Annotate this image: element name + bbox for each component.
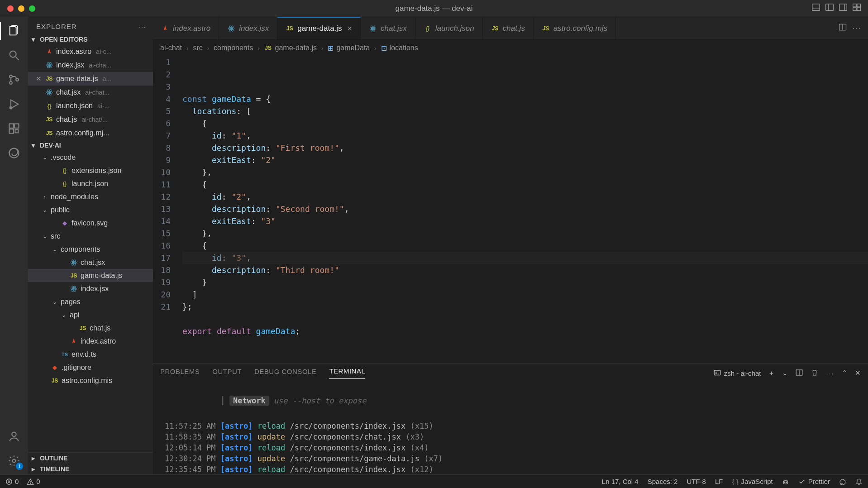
tree-file[interactable]: ◆.gitignore <box>28 361 153 374</box>
open-editor-item[interactable]: index.astroai-c... <box>28 45 153 58</box>
breadcrumb-item[interactable]: src <box>193 44 202 52</box>
output-tab[interactable]: OUTPUT <box>212 368 242 379</box>
terminal-dropdown-icon[interactable]: ⌄ <box>782 369 788 377</box>
code-line[interactable]: description: "Third room!" <box>182 264 868 276</box>
status-notifications-icon[interactable] <box>855 477 863 485</box>
run-debug-activity-icon[interactable] <box>7 97 21 111</box>
tree-folder[interactable]: ›node_modules <box>28 190 153 203</box>
editor-tab[interactable]: chat.jsx <box>361 17 415 39</box>
debug-console-tab[interactable]: DEBUG CONSOLE <box>254 368 316 379</box>
open-editors-section[interactable]: ▾OPEN EDITORS <box>28 34 153 45</box>
tree-folder[interactable]: ⌄.vscode <box>28 151 153 164</box>
code-line[interactable]: { <box>182 117 868 129</box>
code-line[interactable]: { <box>182 178 868 191</box>
tree-file[interactable]: chat.jsx <box>28 256 153 269</box>
split-terminal-icon[interactable] <box>795 368 803 378</box>
terminal-more-icon[interactable]: ··· <box>826 369 835 377</box>
open-editor-item[interactable]: {}launch.jsonai-... <box>28 99 153 113</box>
terminal-output[interactable]: ┃Networkuse --host to expose 11:57:25 AM… <box>153 383 868 474</box>
edge-activity-icon[interactable] <box>7 146 21 160</box>
maximize-panel-icon[interactable]: ⌃ <box>842 369 848 377</box>
breadcrumb-item[interactable]: JSgame-data.js <box>264 44 317 52</box>
accounts-activity-icon[interactable] <box>7 429 21 444</box>
project-section[interactable]: ▾DEV-AI <box>28 140 153 151</box>
editor-tab[interactable]: JSgame-data.js× <box>277 17 361 39</box>
breadcrumb-item[interactable]: components <box>214 44 253 52</box>
close-tab-icon[interactable]: × <box>348 24 353 33</box>
status-prettier[interactable]: Prettier <box>798 478 830 485</box>
breadcrumb-item[interactable]: ⊡ locations <box>381 44 418 53</box>
status-warnings[interactable]: 0 <box>27 478 40 485</box>
code-line[interactable] <box>182 337 868 349</box>
terminal-picker[interactable]: zsh - ai-chat <box>713 369 761 377</box>
terminal-tab[interactable]: TERMINAL <box>329 367 365 379</box>
more-actions-icon[interactable]: ··· <box>853 24 862 33</box>
split-editor-icon[interactable] <box>838 23 847 34</box>
status-eol[interactable]: LF <box>715 478 723 485</box>
tree-folder[interactable]: ⌄public <box>28 203 153 216</box>
tree-folder[interactable]: ⌄pages <box>28 295 153 308</box>
code-line[interactable]: }, <box>182 166 868 178</box>
editor-tab[interactable]: {}launch.json <box>415 17 483 39</box>
tree-file[interactable]: {}launch.json <box>28 177 153 190</box>
breadcrumb-item[interactable]: ai-chat <box>160 44 182 52</box>
code-line[interactable]: locations: [ <box>182 105 868 117</box>
explorer-activity-icon[interactable] <box>7 24 21 38</box>
status-errors[interactable]: 0 <box>5 478 19 485</box>
editor-tab[interactable]: JSastro.config.mjs <box>534 17 616 39</box>
code-line[interactable]: }; <box>182 301 868 313</box>
code-line[interactable]: description: "First room!", <box>182 142 868 154</box>
breadcrumb-item[interactable]: ⊞ gameData <box>328 44 370 53</box>
code-line[interactable]: description: "Second room!", <box>182 203 868 215</box>
outline-section[interactable]: ▸OUTLINE <box>28 452 153 464</box>
settings-activity-icon[interactable]: 1 <box>7 454 21 468</box>
code-line[interactable]: id: "2", <box>182 191 868 203</box>
close-panel-icon[interactable]: ✕ <box>855 369 861 377</box>
code-line[interactable]: }, <box>182 227 868 239</box>
timeline-section[interactable]: ▸TIMELINE <box>28 464 153 474</box>
code-editor[interactable]: 123456789101112131415161718192021 const … <box>153 56 868 363</box>
extensions-activity-icon[interactable] <box>7 121 21 136</box>
editor-tab[interactable]: index.jsx <box>219 17 277 39</box>
code-line[interactable]: ] <box>182 288 868 301</box>
code-line[interactable]: { <box>182 239 868 252</box>
open-editor-item[interactable]: JSastro.config.mj... <box>28 126 153 140</box>
tree-file[interactable]: index.astro <box>28 335 153 348</box>
code-line[interactable]: export default gameData; <box>182 325 868 337</box>
code-line[interactable]: exitEast: "2" <box>182 154 868 166</box>
tree-file[interactable]: index.jsx <box>28 282 153 295</box>
status-encoding[interactable]: UTF-8 <box>687 478 706 485</box>
explorer-more-icon[interactable]: ··· <box>138 23 147 30</box>
tree-file[interactable]: TSenv.d.ts <box>28 348 153 361</box>
customize-layout-icon[interactable] <box>852 2 862 14</box>
new-terminal-icon[interactable]: ＋ <box>768 369 775 378</box>
editor-tab[interactable]: index.astro <box>153 17 219 39</box>
toggle-secondary-panel-icon[interactable] <box>838 2 848 14</box>
open-editor-item[interactable]: index.jsxai-cha... <box>28 58 153 72</box>
open-editor-item[interactable]: chat.jsxai-chat... <box>28 86 153 99</box>
editor-tab[interactable]: JSchat.js <box>483 17 534 39</box>
minimize-window-button[interactable] <box>18 5 24 12</box>
tree-file[interactable]: {}extensions.json <box>28 164 153 177</box>
tree-folder[interactable]: ⌄src <box>28 230 153 243</box>
kill-terminal-icon[interactable] <box>811 368 819 378</box>
toggle-sidebar-icon[interactable] <box>825 2 835 14</box>
source-control-activity-icon[interactable] <box>7 72 21 87</box>
problems-tab[interactable]: PROBLEMS <box>160 368 200 379</box>
search-activity-icon[interactable] <box>7 48 21 62</box>
tree-file[interactable]: JSchat.js <box>28 321 153 335</box>
open-editor-item[interactable]: ✕JSgame-data.jsa... <box>28 72 153 86</box>
status-feedback-icon[interactable] <box>839 477 846 485</box>
close-window-button[interactable] <box>7 5 14 12</box>
code-line[interactable] <box>182 313 868 325</box>
code-line[interactable]: exitEast: "3" <box>182 215 868 227</box>
toggle-panel-icon[interactable] <box>811 2 821 14</box>
tree-file[interactable]: JSastro.config.mis <box>28 374 153 387</box>
status-copilot-icon[interactable] <box>782 477 789 485</box>
tree-folder[interactable]: ⌄api <box>28 308 153 321</box>
maximize-window-button[interactable] <box>29 5 35 12</box>
tree-file[interactable]: JSgame-data.js <box>28 269 153 282</box>
open-editor-item[interactable]: JSchat.jsai-chat/... <box>28 113 153 126</box>
code-line[interactable]: } <box>182 276 868 288</box>
code-line[interactable]: const gameData = { <box>182 93 868 105</box>
